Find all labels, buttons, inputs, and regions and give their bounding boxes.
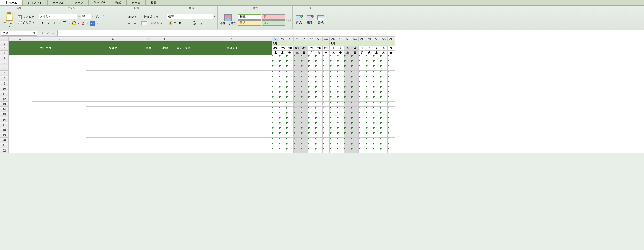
cell[interactable] bbox=[157, 148, 174, 153]
gantt-cell[interactable] bbox=[366, 132, 373, 138]
gantt-cell[interactable] bbox=[359, 138, 366, 143]
gantt-cell[interactable] bbox=[301, 102, 308, 107]
gantt-cell[interactable] bbox=[308, 55, 315, 60]
comma-button[interactable]: , bbox=[184, 20, 191, 26]
gantt-cell[interactable] bbox=[315, 148, 323, 153]
gantt-cell[interactable] bbox=[308, 102, 315, 107]
gantt-cell[interactable] bbox=[330, 71, 337, 76]
chevron-down-icon[interactable] bbox=[68, 23, 70, 24]
column-header[interactable]: AI bbox=[366, 37, 373, 41]
gantt-cell[interactable] bbox=[286, 102, 294, 107]
gantt-cell[interactable] bbox=[380, 148, 388, 153]
cell[interactable] bbox=[86, 127, 140, 132]
cell[interactable] bbox=[157, 143, 174, 148]
cell[interactable] bbox=[193, 112, 272, 117]
ribbon-tab-7[interactable]: 校閲 bbox=[146, 0, 162, 5]
gantt-cell[interactable] bbox=[344, 81, 351, 86]
gantt-cell[interactable] bbox=[359, 148, 366, 153]
decrease-font-button[interactable]: A bbox=[101, 13, 106, 19]
gantt-cell[interactable] bbox=[366, 65, 373, 71]
chevron-down-icon[interactable] bbox=[96, 23, 98, 24]
gantt-cell[interactable] bbox=[308, 96, 315, 102]
gantt-cell[interactable] bbox=[366, 112, 373, 117]
cell[interactable] bbox=[140, 76, 157, 81]
gantt-cell[interactable] bbox=[279, 71, 286, 76]
gantt-cell[interactable] bbox=[315, 81, 323, 86]
gantt-cell[interactable] bbox=[330, 112, 337, 117]
gantt-cell[interactable] bbox=[388, 127, 395, 132]
gantt-cell[interactable] bbox=[359, 65, 366, 71]
gantt-cell[interactable] bbox=[388, 107, 395, 112]
cell[interactable] bbox=[174, 148, 193, 153]
gantt-cell[interactable] bbox=[359, 96, 366, 102]
gantt-cell[interactable] bbox=[323, 81, 330, 86]
gantt-cell[interactable] bbox=[294, 96, 301, 102]
gantt-cell[interactable] bbox=[301, 148, 308, 153]
cell[interactable] bbox=[86, 102, 140, 107]
cell[interactable] bbox=[193, 148, 272, 153]
cell[interactable] bbox=[140, 55, 157, 60]
gantt-cell[interactable] bbox=[366, 55, 373, 60]
cell[interactable] bbox=[140, 117, 157, 122]
gantt-cell[interactable] bbox=[359, 117, 366, 122]
gantt-cell[interactable] bbox=[388, 148, 395, 153]
cell[interactable] bbox=[157, 102, 174, 107]
column-header[interactable]: D bbox=[140, 37, 157, 41]
column-header[interactable]: AG bbox=[351, 37, 359, 41]
cell[interactable] bbox=[174, 122, 193, 127]
italic-button[interactable]: I bbox=[45, 20, 52, 26]
gantt-cell[interactable] bbox=[388, 122, 395, 127]
gantt-cell[interactable] bbox=[279, 112, 286, 117]
gantt-cell[interactable] bbox=[286, 96, 294, 102]
gantt-cell[interactable] bbox=[337, 127, 344, 132]
gantt-cell[interactable] bbox=[315, 127, 323, 132]
cell[interactable] bbox=[157, 91, 174, 96]
gantt-cell[interactable] bbox=[272, 102, 279, 107]
cell[interactable] bbox=[174, 86, 193, 91]
column-header[interactable]: AK bbox=[380, 37, 388, 41]
align-left-button[interactable] bbox=[110, 21, 115, 26]
gantt-cell[interactable] bbox=[337, 112, 344, 117]
gantt-cell[interactable] bbox=[279, 91, 286, 96]
column-header[interactable]: AJ bbox=[373, 37, 380, 41]
align-center-button[interactable] bbox=[116, 21, 121, 26]
gantt-cell[interactable] bbox=[366, 122, 373, 127]
row-header[interactable]: 16 bbox=[0, 117, 9, 122]
gantt-cell[interactable] bbox=[388, 117, 395, 122]
gantt-cell[interactable] bbox=[351, 86, 359, 91]
styles-expand-button[interactable]: ▸ bbox=[286, 18, 291, 22]
gantt-cell[interactable] bbox=[388, 96, 395, 102]
gantt-cell[interactable] bbox=[388, 55, 395, 60]
font-color-button[interactable]: A bbox=[80, 20, 86, 26]
gantt-cell[interactable] bbox=[366, 81, 373, 86]
select-all-corner[interactable] bbox=[0, 37, 9, 41]
cell[interactable] bbox=[193, 76, 272, 81]
gantt-cell[interactable] bbox=[373, 81, 380, 86]
gantt-cell[interactable] bbox=[286, 81, 294, 86]
cell[interactable] bbox=[193, 71, 272, 76]
gantt-cell[interactable] bbox=[301, 76, 308, 81]
subcategory-cell[interactable] bbox=[32, 86, 86, 102]
cell[interactable] bbox=[157, 71, 174, 76]
gantt-cell[interactable] bbox=[380, 102, 388, 107]
gantt-cell[interactable] bbox=[294, 143, 301, 148]
gantt-cell[interactable] bbox=[308, 107, 315, 112]
gantt-cell[interactable] bbox=[337, 55, 344, 60]
gantt-cell[interactable] bbox=[301, 55, 308, 60]
gantt-cell[interactable] bbox=[351, 71, 359, 76]
cell[interactable] bbox=[140, 112, 157, 117]
gantt-cell[interactable] bbox=[315, 55, 323, 60]
cell[interactable] bbox=[157, 122, 174, 127]
cell[interactable] bbox=[193, 60, 272, 65]
gantt-cell[interactable] bbox=[366, 107, 373, 112]
gantt-cell[interactable] bbox=[308, 71, 315, 76]
cell[interactable] bbox=[174, 112, 193, 117]
underline-button[interactable]: U bbox=[52, 20, 58, 26]
gantt-cell[interactable] bbox=[344, 102, 351, 107]
cancel-formula-button[interactable]: ✕ bbox=[40, 31, 44, 36]
gantt-cell[interactable] bbox=[380, 86, 388, 91]
ribbon-tab-4[interactable]: SmartArt bbox=[89, 0, 110, 5]
align-top-left-button[interactable] bbox=[110, 15, 115, 19]
gantt-cell[interactable] bbox=[380, 127, 388, 132]
gantt-cell[interactable] bbox=[344, 60, 351, 65]
